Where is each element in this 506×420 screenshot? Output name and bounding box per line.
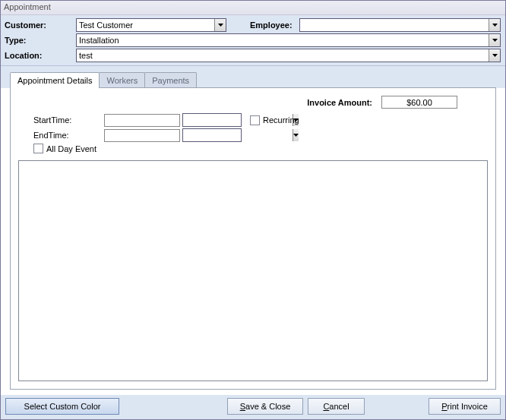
customer-input[interactable] xyxy=(77,19,214,31)
location-label: Location: xyxy=(4,51,74,60)
invoice-amount-value: $60.00 xyxy=(381,96,457,109)
type-label: Type: xyxy=(4,36,74,45)
chevron-down-icon xyxy=(492,24,498,27)
employee-combo[interactable] xyxy=(299,18,501,32)
employee-label: Employee: xyxy=(229,21,297,30)
end-time-input[interactable] xyxy=(183,129,293,141)
end-time-label: EndTime: xyxy=(33,131,102,140)
svg-marker-3 xyxy=(492,54,498,57)
tab-appointment-details[interactable]: Appointment Details xyxy=(10,72,100,88)
recurring-label: Recurring xyxy=(263,115,299,125)
start-time-label: StartTime: xyxy=(33,115,102,125)
invoice-amount-label: Invoice Amount: xyxy=(307,98,372,107)
window-title: Appointment xyxy=(1,1,505,15)
start-date-input[interactable] xyxy=(104,114,180,127)
notes-textarea[interactable] xyxy=(18,160,488,381)
print-invoice-button[interactable]: Print Invoice xyxy=(429,398,501,415)
chevron-down-icon xyxy=(293,134,299,137)
chevron-down-icon xyxy=(492,54,498,57)
type-dropdown-button[interactable] xyxy=(489,34,500,46)
all-day-checkbox[interactable] xyxy=(33,144,43,153)
tab-workers[interactable]: Workers xyxy=(99,72,145,88)
end-date-input[interactable] xyxy=(104,129,180,142)
end-time-dropdown-button[interactable] xyxy=(293,129,299,141)
svg-marker-0 xyxy=(218,24,223,27)
svg-marker-5 xyxy=(293,134,299,137)
type-combo[interactable] xyxy=(76,33,501,47)
cancel-button[interactable]: Cancel xyxy=(308,398,365,415)
location-combo[interactable] xyxy=(76,49,501,62)
header-area: Customer: Employee: Type: xyxy=(1,15,505,66)
footer: Select Custom Color Save & Close Cancel … xyxy=(1,395,505,419)
chevron-down-icon xyxy=(218,24,223,27)
location-input[interactable] xyxy=(77,49,489,62)
select-custom-color-button[interactable]: Select Custom Color xyxy=(5,398,119,415)
chevron-down-icon xyxy=(492,39,498,42)
appointment-window: Appointment Customer: Employee: Type: xyxy=(0,0,506,420)
tab-payments[interactable]: Payments xyxy=(144,72,197,88)
customer-combo[interactable] xyxy=(76,18,226,32)
customer-dropdown-button[interactable] xyxy=(214,19,226,31)
location-dropdown-button[interactable] xyxy=(489,49,500,62)
employee-dropdown-button[interactable] xyxy=(489,19,500,31)
customer-label: Customer: xyxy=(4,21,74,30)
employee-input[interactable] xyxy=(300,19,489,31)
tab-content: Invoice Amount: $60.00 StartTime: Recurr… xyxy=(10,87,496,390)
recurring-checkbox[interactable] xyxy=(250,115,260,125)
end-time-combo[interactable] xyxy=(182,128,242,142)
svg-marker-2 xyxy=(492,39,498,42)
start-time-combo[interactable] xyxy=(182,113,242,127)
svg-marker-1 xyxy=(492,24,498,27)
type-input[interactable] xyxy=(77,34,489,46)
all-day-label: All Day Event xyxy=(46,144,96,153)
tab-strip: Appointment Details Workers Payments xyxy=(1,66,505,88)
save-close-button[interactable]: Save & Close xyxy=(227,398,303,415)
